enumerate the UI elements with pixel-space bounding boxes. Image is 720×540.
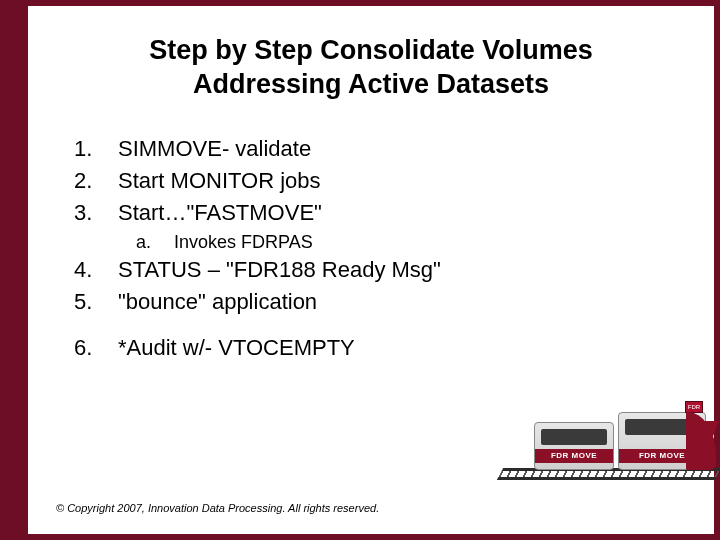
list-subitem: a. Invokes FDRPAS [136, 232, 714, 253]
item-number: 2. [74, 168, 118, 194]
train-illustration: FDR MOVE FDR MOVE FDR [514, 376, 714, 486]
slide-title: Step by Step Consolidate Volumes Address… [28, 6, 714, 102]
slide: Step by Step Consolidate Volumes Address… [28, 6, 714, 534]
item-text: Start…"FASTMOVE" [118, 200, 714, 226]
list-item: 3. Start…"FASTMOVE" [74, 200, 714, 226]
item-number: 1. [74, 136, 118, 162]
list-item: 1. SIMMOVE- validate [74, 136, 714, 162]
train-car-icon: FDR MOVE [534, 422, 614, 470]
list-item: 4. STATUS – "FDR188 Ready Msg" [74, 257, 714, 283]
title-line-2: Addressing Active Datasets [193, 69, 549, 99]
list-item: 2. Start MONITOR jobs [74, 168, 714, 194]
train-label: FDR MOVE [535, 449, 613, 463]
item-number: 4. [74, 257, 118, 283]
list-item: 6. *Audit w/- VTOCEMPTY [74, 335, 714, 361]
subitem-text: Invokes FDRPAS [174, 232, 313, 253]
item-text: SIMMOVE- validate [118, 136, 714, 162]
item-text: STATUS – "FDR188 Ready Msg" [118, 257, 714, 283]
list-item: 5. "bounce" application [74, 289, 714, 315]
item-number: 3. [74, 200, 118, 226]
item-text: "bounce" application [118, 289, 714, 315]
subitem-number: a. [136, 232, 174, 253]
item-text: *Audit w/- VTOCEMPTY [118, 335, 714, 361]
item-text: Start MONITOR jobs [118, 168, 714, 194]
item-number: 5. [74, 289, 118, 315]
slide-body: 1. SIMMOVE- validate 2. Start MONITOR jo… [28, 102, 714, 361]
title-line-1: Step by Step Consolidate Volumes [149, 35, 593, 65]
copyright-text: © Copyright 2007, Innovation Data Proces… [56, 502, 379, 514]
item-number: 6. [74, 335, 118, 361]
